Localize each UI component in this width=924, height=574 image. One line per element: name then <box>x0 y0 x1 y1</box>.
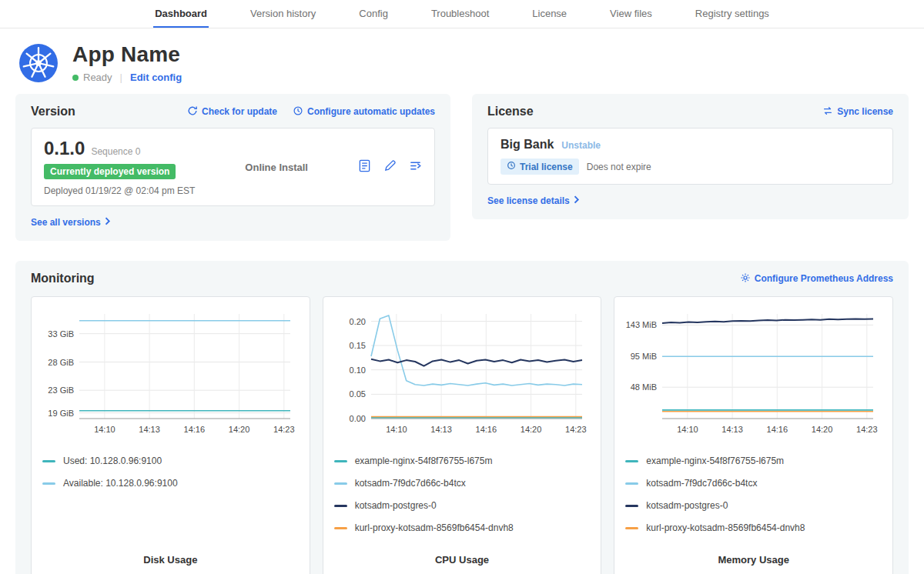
monitoring-header: Monitoring Configure Prometheus Address <box>31 272 893 285</box>
legend-color-swatch <box>42 482 55 485</box>
svg-text:143 MiB: 143 MiB <box>626 320 657 329</box>
svg-text:0.15: 0.15 <box>349 341 365 350</box>
legend-label: example-nginx-54f8f76755-l675m <box>646 456 784 466</box>
sync-license-label: Sync license <box>837 106 893 117</box>
version-card: Version Check for update Configure autom… <box>15 94 450 241</box>
see-license-details-link[interactable]: See license details <box>487 195 580 206</box>
chevron-right-icon <box>574 195 580 206</box>
app-status-label: Ready <box>83 72 112 83</box>
legend-item: example-nginx-54f8f76755-l675m <box>625 456 882 466</box>
channel-label: Unstable <box>561 140 601 151</box>
clock-icon <box>507 161 516 172</box>
svg-text:23 GiB: 23 GiB <box>48 385 74 395</box>
app-header: App Name Ready | Edit config <box>0 28 924 94</box>
tab-view-files[interactable]: View files <box>608 0 654 28</box>
legend-label: kotsadm-postgres-0 <box>646 500 728 511</box>
memory-usage-title: Memory Usage <box>625 545 882 566</box>
license-card-title: License <box>487 105 534 118</box>
license-card: License Sync license Big Bank Unstable <box>472 94 909 219</box>
legend-label: kurl-proxy-kotsadm-8569fb6454-dnvh8 <box>355 522 514 533</box>
gear-icon <box>740 272 751 285</box>
disk-usage-legend: Used: 10.128.0.96:9100Available: 10.128.… <box>42 456 299 500</box>
monitoring-title: Monitoring <box>31 272 95 285</box>
app-title: App Name <box>72 42 182 67</box>
pencil-icon <box>383 159 397 175</box>
svg-text:14:10: 14:10 <box>677 425 698 434</box>
legend-item: kotsadm-postgres-0 <box>334 500 591 511</box>
auto-update-clock-icon <box>293 105 303 118</box>
configure-prometheus-link[interactable]: Configure Prometheus Address <box>740 272 893 285</box>
svg-text:14:23: 14:23 <box>565 425 587 434</box>
disk-usage-title: Disk Usage <box>42 545 299 566</box>
tab-dashboard[interactable]: Dashboard <box>153 0 209 28</box>
chevron-right-icon <box>105 217 111 228</box>
configure-auto-updates-link[interactable]: Configure automatic updates <box>293 105 435 118</box>
memory-usage-plot: 143 MiB95 MiB48 MiB14:1014:1314:1614:201… <box>625 308 882 443</box>
tab-config[interactable]: Config <box>357 0 390 28</box>
deployed-timestamp: Deployed 01/19/22 @ 02:04 pm EST <box>44 185 195 196</box>
license-info-box: Big Bank Unstable Trial license Does not… <box>487 128 893 185</box>
legend-color-swatch <box>334 527 347 529</box>
divider: | <box>120 72 122 83</box>
legend-item: kotsadm-7f9dc7d66c-b4tcx <box>334 478 591 489</box>
svg-text:48 MiB: 48 MiB <box>631 382 657 392</box>
tab-version-history[interactable]: Version history <box>249 0 317 28</box>
configure-prometheus-label: Configure Prometheus Address <box>755 273 893 284</box>
version-card-actions: Check for update Configure automatic upd… <box>187 105 435 118</box>
svg-text:14:23: 14:23 <box>273 425 295 434</box>
svg-text:0.00: 0.00 <box>349 414 365 423</box>
deploy-logs-button[interactable] <box>409 159 422 175</box>
svg-text:19 GiB: 19 GiB <box>48 409 74 418</box>
version-card-title: Version <box>31 105 75 118</box>
svg-text:14:13: 14:13 <box>722 425 744 434</box>
svg-text:95 MiB: 95 MiB <box>631 352 657 361</box>
legend-label: Used: 10.128.0.96:9100 <box>63 456 162 466</box>
version-number: 0.1.0 <box>44 138 85 159</box>
monitoring-card: Monitoring Configure Prometheus Address … <box>15 261 909 574</box>
release-notes-button[interactable] <box>358 159 371 175</box>
svg-text:14:10: 14:10 <box>94 425 116 434</box>
legend-color-swatch <box>334 482 347 485</box>
check-for-update-label: Check for update <box>202 106 277 117</box>
see-all-versions-label: See all versions <box>31 217 101 228</box>
version-action-icons <box>358 159 422 175</box>
edit-version-config-button[interactable] <box>383 159 397 175</box>
app-meta: App Name Ready | Edit config <box>72 42 182 83</box>
app-status-row: Ready | Edit config <box>72 72 182 83</box>
legend-label: kotsadm-7f9dc7d66c-b4tcx <box>355 478 466 489</box>
ready-status-dot <box>72 75 79 81</box>
svg-text:14:16: 14:16 <box>475 425 497 434</box>
chart-canvas: 143 MiB95 MiB48 MiB14:1014:1314:1614:201… <box>625 308 879 440</box>
edit-config-link[interactable]: Edit config <box>130 72 182 83</box>
svg-text:14:13: 14:13 <box>430 425 452 434</box>
legend-label: kotsadm-7f9dc7d66c-b4tcx <box>646 478 757 489</box>
legend-color-swatch <box>42 460 55 462</box>
legend-item: kotsadm-postgres-0 <box>625 500 882 511</box>
sync-license-link[interactable]: Sync license <box>822 105 893 118</box>
svg-text:14:10: 14:10 <box>386 425 407 434</box>
tab-troubleshoot[interactable]: Troubleshoot <box>430 0 490 28</box>
cards-row: Version Check for update Configure autom… <box>0 94 924 241</box>
check-for-update-link[interactable]: Check for update <box>187 105 277 118</box>
legend-item: kotsadm-7f9dc7d66c-b4tcx <box>625 478 882 489</box>
cpu-usage-legend: example-nginx-54f8f76755-l675mkotsadm-7f… <box>334 456 591 545</box>
tab-registry-settings[interactable]: Registry settings <box>694 0 771 28</box>
legend-item: kurl-proxy-kotsadm-8569fb6454-dnvh8 <box>625 522 882 533</box>
trial-license-label: Trial license <box>520 162 573 172</box>
refresh-icon <box>187 105 198 118</box>
see-all-versions-link[interactable]: See all versions <box>31 217 111 228</box>
svg-text:0.05: 0.05 <box>349 389 365 399</box>
version-info: 0.1.0 Sequence 0 Currently deployed vers… <box>44 138 195 196</box>
customer-name: Big Bank <box>500 138 554 152</box>
memory-usage-chart-card: 143 MiB95 MiB48 MiB14:1014:1314:1614:201… <box>614 296 893 574</box>
svg-text:14:20: 14:20 <box>521 425 542 434</box>
license-expiry-label: Does not expire <box>587 162 651 172</box>
deployed-version-badge: Currently deployed version <box>44 164 176 179</box>
tab-license[interactable]: License <box>531 0 568 28</box>
svg-text:33 GiB: 33 GiB <box>48 329 74 339</box>
legend-color-swatch <box>625 527 638 529</box>
svg-text:14:20: 14:20 <box>812 425 833 434</box>
legend-label: example-nginx-54f8f76755-l675m <box>355 456 493 466</box>
charts-row: 33 GiB28 GiB23 GiB19 GiB14:1014:1314:161… <box>31 296 893 574</box>
memory-usage-legend: example-nginx-54f8f76755-l675mkotsadm-7f… <box>625 456 882 545</box>
